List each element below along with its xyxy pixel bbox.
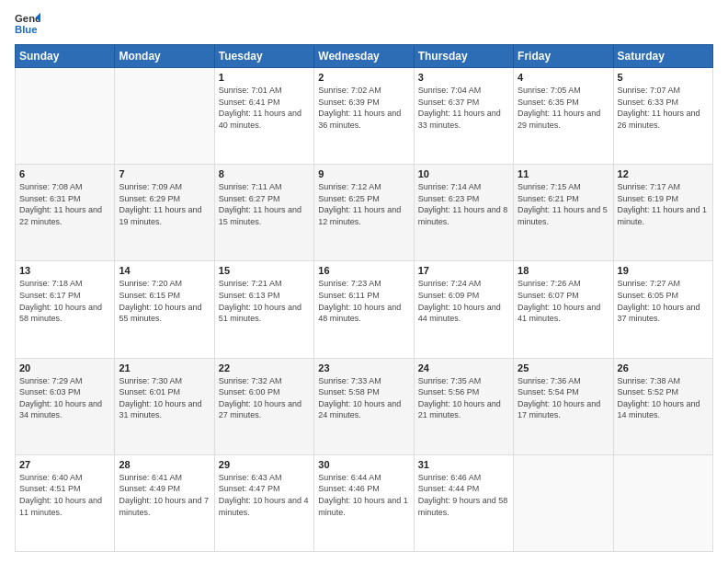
calendar-cell <box>16 68 115 165</box>
calendar-cell <box>115 68 214 165</box>
day-number: 24 <box>418 362 509 373</box>
day-number: 5 <box>618 72 709 83</box>
day-number: 29 <box>219 459 310 470</box>
logo-icon: General Blue <box>15 11 40 37</box>
calendar-cell: 20Sunrise: 7:29 AMSunset: 6:03 PMDayligh… <box>16 358 115 454</box>
day-number: 22 <box>219 362 310 373</box>
day-number: 4 <box>518 72 609 83</box>
calendar-header-thursday: Thursday <box>414 45 513 68</box>
day-info: Sunrise: 7:32 AMSunset: 6:00 PMDaylight:… <box>219 375 310 421</box>
calendar-week-2: 13Sunrise: 7:18 AMSunset: 6:17 PMDayligh… <box>16 261 713 358</box>
day-number: 20 <box>19 362 110 373</box>
calendar-header-sunday: Sunday <box>16 45 115 68</box>
calendar-table: SundayMondayTuesdayWednesdayThursdayFrid… <box>15 44 713 552</box>
calendar-cell: 23Sunrise: 7:33 AMSunset: 5:58 PMDayligh… <box>314 358 414 454</box>
calendar-cell: 15Sunrise: 7:21 AMSunset: 6:13 PMDayligh… <box>214 261 313 358</box>
calendar-cell: 9Sunrise: 7:12 AMSunset: 6:25 PMDaylight… <box>314 165 414 261</box>
day-number: 30 <box>318 459 409 470</box>
calendar-header-monday: Monday <box>115 45 214 68</box>
day-info: Sunrise: 6:46 AMSunset: 4:44 PMDaylight:… <box>418 472 509 518</box>
day-number: 1 <box>219 72 310 83</box>
calendar-cell: 16Sunrise: 7:23 AMSunset: 6:11 PMDayligh… <box>314 261 414 358</box>
logo: General Blue <box>15 11 40 37</box>
day-number: 16 <box>318 265 409 276</box>
calendar-cell: 8Sunrise: 7:11 AMSunset: 6:27 PMDaylight… <box>214 165 313 261</box>
calendar-cell: 12Sunrise: 7:17 AMSunset: 6:19 PMDayligh… <box>613 165 712 261</box>
day-info: Sunrise: 7:27 AMSunset: 6:05 PMDaylight:… <box>618 278 709 324</box>
day-number: 27 <box>19 459 110 470</box>
calendar-cell: 5Sunrise: 7:07 AMSunset: 6:33 PMDaylight… <box>613 68 712 165</box>
day-number: 6 <box>19 168 110 179</box>
calendar-header-row: SundayMondayTuesdayWednesdayThursdayFrid… <box>16 45 713 68</box>
calendar-cell: 21Sunrise: 7:30 AMSunset: 6:01 PMDayligh… <box>115 358 214 454</box>
calendar-cell: 28Sunrise: 6:41 AMSunset: 4:49 PMDayligh… <box>115 454 214 551</box>
calendar-cell: 30Sunrise: 6:44 AMSunset: 4:46 PMDayligh… <box>314 454 414 551</box>
day-info: Sunrise: 7:11 AMSunset: 6:27 PMDaylight:… <box>219 181 310 227</box>
day-number: 18 <box>518 265 609 276</box>
calendar-cell: 14Sunrise: 7:20 AMSunset: 6:15 PMDayligh… <box>115 261 214 358</box>
day-info: Sunrise: 7:26 AMSunset: 6:07 PMDaylight:… <box>518 278 609 324</box>
day-number: 12 <box>618 168 709 179</box>
calendar-cell: 27Sunrise: 6:40 AMSunset: 4:51 PMDayligh… <box>16 454 115 551</box>
day-info: Sunrise: 7:01 AMSunset: 6:41 PMDaylight:… <box>219 85 310 131</box>
day-number: 10 <box>418 168 509 179</box>
day-info: Sunrise: 7:04 AMSunset: 6:37 PMDaylight:… <box>418 85 509 131</box>
calendar-cell: 18Sunrise: 7:26 AMSunset: 6:07 PMDayligh… <box>514 261 613 358</box>
day-info: Sunrise: 7:35 AMSunset: 5:56 PMDaylight:… <box>418 375 509 421</box>
day-number: 31 <box>418 459 509 470</box>
day-info: Sunrise: 7:18 AMSunset: 6:17 PMDaylight:… <box>19 278 110 324</box>
calendar-cell: 13Sunrise: 7:18 AMSunset: 6:17 PMDayligh… <box>16 261 115 358</box>
calendar-cell: 4Sunrise: 7:05 AMSunset: 6:35 PMDaylight… <box>514 68 613 165</box>
calendar-cell: 1Sunrise: 7:01 AMSunset: 6:41 PMDaylight… <box>214 68 313 165</box>
day-number: 2 <box>318 72 409 83</box>
calendar-week-3: 20Sunrise: 7:29 AMSunset: 6:03 PMDayligh… <box>16 358 713 454</box>
day-info: Sunrise: 7:33 AMSunset: 5:58 PMDaylight:… <box>318 375 409 421</box>
calendar-header-tuesday: Tuesday <box>214 45 313 68</box>
calendar-week-1: 6Sunrise: 7:08 AMSunset: 6:31 PMDaylight… <box>16 165 713 261</box>
day-number: 8 <box>219 168 310 179</box>
day-number: 7 <box>119 168 210 179</box>
calendar-cell: 22Sunrise: 7:32 AMSunset: 6:00 PMDayligh… <box>214 358 313 454</box>
day-info: Sunrise: 7:38 AMSunset: 5:52 PMDaylight:… <box>618 375 709 421</box>
calendar-cell: 6Sunrise: 7:08 AMSunset: 6:31 PMDaylight… <box>16 165 115 261</box>
calendar-cell: 3Sunrise: 7:04 AMSunset: 6:37 PMDaylight… <box>414 68 513 165</box>
day-number: 14 <box>119 265 210 276</box>
day-info: Sunrise: 7:36 AMSunset: 5:54 PMDaylight:… <box>518 375 609 421</box>
calendar-cell: 24Sunrise: 7:35 AMSunset: 5:56 PMDayligh… <box>414 358 513 454</box>
svg-text:General: General <box>15 13 40 24</box>
calendar-cell <box>514 454 613 551</box>
calendar-cell: 25Sunrise: 7:36 AMSunset: 5:54 PMDayligh… <box>514 358 613 454</box>
day-number: 13 <box>19 265 110 276</box>
calendar-header-wednesday: Wednesday <box>314 45 414 68</box>
day-info: Sunrise: 7:20 AMSunset: 6:15 PMDaylight:… <box>119 278 210 324</box>
calendar-week-0: 1Sunrise: 7:01 AMSunset: 6:41 PMDaylight… <box>16 68 713 165</box>
calendar-cell: 19Sunrise: 7:27 AMSunset: 6:05 PMDayligh… <box>613 261 712 358</box>
calendar-cell: 29Sunrise: 6:43 AMSunset: 4:47 PMDayligh… <box>214 454 313 551</box>
svg-text:Blue: Blue <box>15 24 38 35</box>
calendar-header-friday: Friday <box>514 45 613 68</box>
calendar-cell: 26Sunrise: 7:38 AMSunset: 5:52 PMDayligh… <box>613 358 712 454</box>
day-info: Sunrise: 7:21 AMSunset: 6:13 PMDaylight:… <box>219 278 310 324</box>
calendar-cell: 7Sunrise: 7:09 AMSunset: 6:29 PMDaylight… <box>115 165 214 261</box>
day-info: Sunrise: 7:05 AMSunset: 6:35 PMDaylight:… <box>518 85 609 131</box>
calendar-week-4: 27Sunrise: 6:40 AMSunset: 4:51 PMDayligh… <box>16 454 713 551</box>
day-number: 25 <box>518 362 609 373</box>
day-number: 19 <box>618 265 709 276</box>
calendar-cell: 31Sunrise: 6:46 AMSunset: 4:44 PMDayligh… <box>414 454 513 551</box>
page: General Blue SundayMondayTuesdayWednesda… <box>0 0 728 563</box>
day-info: Sunrise: 7:07 AMSunset: 6:33 PMDaylight:… <box>618 85 709 131</box>
day-info: Sunrise: 7:02 AMSunset: 6:39 PMDaylight:… <box>318 85 409 131</box>
day-info: Sunrise: 7:23 AMSunset: 6:11 PMDaylight:… <box>318 278 409 324</box>
calendar-cell: 2Sunrise: 7:02 AMSunset: 6:39 PMDaylight… <box>314 68 414 165</box>
calendar-header-saturday: Saturday <box>613 45 712 68</box>
day-info: Sunrise: 7:17 AMSunset: 6:19 PMDaylight:… <box>618 181 709 227</box>
day-info: Sunrise: 7:14 AMSunset: 6:23 PMDaylight:… <box>418 181 509 227</box>
day-info: Sunrise: 6:40 AMSunset: 4:51 PMDaylight:… <box>19 472 110 518</box>
calendar-cell <box>613 454 712 551</box>
day-number: 15 <box>219 265 310 276</box>
day-info: Sunrise: 7:15 AMSunset: 6:21 PMDaylight:… <box>518 181 609 227</box>
day-info: Sunrise: 7:30 AMSunset: 6:01 PMDaylight:… <box>119 375 210 421</box>
calendar-cell: 10Sunrise: 7:14 AMSunset: 6:23 PMDayligh… <box>414 165 513 261</box>
day-info: Sunrise: 7:08 AMSunset: 6:31 PMDaylight:… <box>19 181 110 227</box>
day-number: 26 <box>618 362 709 373</box>
